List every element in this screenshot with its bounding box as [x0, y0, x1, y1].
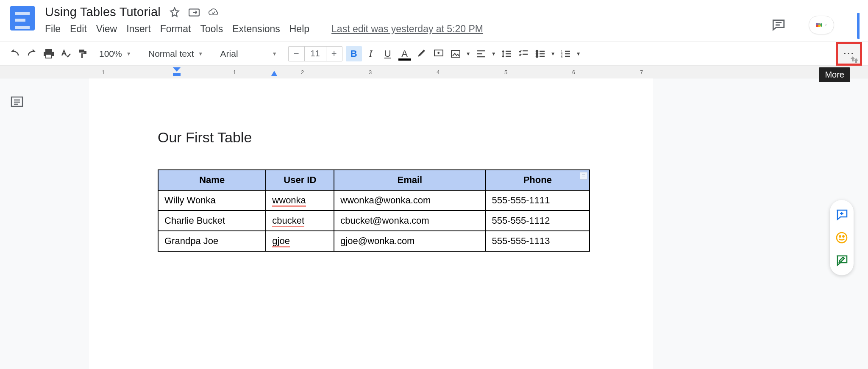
zoom-select[interactable]: 100% ▼	[92, 45, 139, 62]
document-area: Our First Table Name User ID Email Phone…	[0, 78, 868, 369]
table-header-cell[interactable]: Email	[334, 170, 485, 190]
title-row: Using Tables Tutorial	[45, 3, 771, 19]
paragraph-style-value: Normal text	[148, 49, 194, 59]
print-button[interactable]	[41, 45, 57, 62]
menu-format[interactable]: Format	[160, 23, 191, 35]
svg-text:3: 3	[561, 55, 563, 58]
header-right	[771, 3, 868, 39]
table-cell[interactable]: gjoe	[266, 231, 334, 251]
table-cell[interactable]: cbucket@wonka.com	[334, 211, 485, 231]
redo-button[interactable]	[24, 45, 40, 62]
svg-point-9	[536, 50, 538, 52]
svg-point-18	[839, 236, 840, 237]
svg-rect-3	[816, 23, 820, 25]
menu-help[interactable]: Help	[289, 23, 309, 35]
floating-comment-tools	[830, 200, 854, 275]
title-column: Using Tables Tutorial File Edit View Ins…	[45, 3, 771, 35]
chevron-down-icon: ▼	[272, 51, 277, 57]
ruler-mark: 6	[572, 69, 575, 75]
line-spacing-button[interactable]	[498, 45, 515, 62]
table-cell[interactable]: wwonka	[266, 190, 334, 211]
menu-edit[interactable]: Edit	[70, 23, 87, 35]
toolbar: 100% ▼ Normal text ▼ Arial ▼ − 11 + B I …	[0, 42, 868, 66]
table-header-cell[interactable]: User ID	[266, 170, 334, 190]
bold-button[interactable]: B	[346, 46, 362, 61]
document-page[interactable]: Our First Table Name User ID Email Phone…	[89, 78, 653, 369]
menu-tools[interactable]: Tools	[200, 23, 223, 35]
star-icon[interactable]	[169, 7, 180, 18]
chevron-down-icon[interactable]: ▼	[575, 45, 582, 62]
checklist-button[interactable]	[515, 45, 531, 62]
ruler-mark: 5	[504, 69, 507, 75]
table-cell[interactable]: cbucket	[266, 211, 334, 231]
font-size-group: − 11 +	[288, 46, 342, 61]
table-cell[interactable]: Willy Wonka	[158, 190, 266, 211]
highlight-color-button[interactable]	[414, 45, 430, 62]
bulleted-list-button[interactable]	[532, 45, 548, 62]
insert-image-button[interactable]	[448, 45, 464, 62]
text-color-button[interactable]: A	[397, 45, 413, 62]
chevron-down-icon[interactable]: ▼	[549, 45, 557, 62]
insert-comment-button[interactable]	[431, 45, 447, 62]
cloud-saved-icon[interactable]	[208, 7, 219, 18]
suggest-edits-icon[interactable]	[835, 254, 848, 267]
table-header-row: Name User ID Email Phone	[158, 170, 590, 190]
font-size-input[interactable]: 11	[305, 49, 326, 58]
table-handle-icon[interactable]	[580, 172, 587, 180]
ruler-mark: 3	[369, 69, 372, 75]
numbered-list-button[interactable]: 123	[558, 45, 574, 62]
font-family-select[interactable]: Arial ▼	[213, 45, 285, 62]
tab-marker-icon[interactable]	[271, 71, 277, 76]
svg-point-10	[536, 53, 538, 55]
ruler-mark: 1	[102, 69, 105, 75]
docs-header: Using Tables Tutorial File Edit View Ins…	[0, 0, 868, 42]
svg-rect-6	[46, 54, 52, 58]
meet-button[interactable]	[809, 16, 834, 34]
italic-button[interactable]: I	[363, 45, 379, 62]
table-cell[interactable]: gjoe@wonka.com	[334, 231, 485, 251]
document-title[interactable]: Using Tables Tutorial	[45, 5, 161, 19]
chevron-down-icon[interactable]: ▼	[490, 45, 498, 62]
chevron-down-icon[interactable]: ▼	[465, 45, 472, 62]
font-size-decrease-button[interactable]: −	[289, 46, 305, 61]
horizontal-ruler[interactable]: 1 1 2 3 4 5 6 7	[0, 66, 868, 78]
table-header-cell[interactable]: Name	[158, 170, 266, 190]
menu-insert[interactable]: Insert	[126, 23, 151, 35]
menu-file[interactable]: File	[45, 23, 61, 35]
table-header-cell[interactable]: Phone	[486, 170, 590, 190]
indent-marker-icon[interactable]	[173, 67, 181, 77]
add-comment-icon[interactable]	[835, 208, 848, 221]
table-cell[interactable]: 555-555-1112	[486, 211, 590, 231]
chevron-down-icon: ▼	[198, 51, 203, 57]
table-row: Grandpa Joe gjoe gjoe@wonka.com 555-555-…	[158, 231, 590, 251]
font-size-increase-button[interactable]: +	[326, 46, 342, 61]
last-edit-link[interactable]: Last edit was yesterday at 5:20 PM	[331, 23, 483, 35]
move-icon[interactable]	[189, 7, 200, 18]
table-cell[interactable]: Grandpa Joe	[158, 231, 266, 251]
comment-history-icon[interactable]	[771, 18, 786, 32]
table-cell[interactable]: Charlie Bucket	[158, 211, 266, 231]
content-table[interactable]: Name User ID Email Phone Willy Wonka wwo…	[158, 169, 590, 252]
table-cell[interactable]: 555-555-1113	[486, 231, 590, 251]
more-tooltip: More	[819, 67, 850, 82]
menu-extensions[interactable]: Extensions	[232, 23, 280, 35]
ruler-mark: 2	[301, 69, 304, 75]
undo-button[interactable]	[7, 45, 23, 62]
docs-logo-icon[interactable]	[10, 6, 35, 31]
menu-view[interactable]: View	[96, 23, 117, 35]
table-cell[interactable]: wwonka@wonka.com	[334, 190, 485, 211]
spellcheck-button[interactable]	[58, 45, 74, 62]
document-outline-button[interactable]	[0, 78, 34, 369]
paragraph-style-select[interactable]: Normal text ▼	[140, 45, 212, 62]
more-toolbar-button[interactable]: ⋯	[837, 43, 861, 65]
emoji-reaction-icon[interactable]	[835, 231, 848, 244]
table-row: Willy Wonka wwonka wwonka@wonka.com 555-…	[158, 190, 590, 211]
table-row: Charlie Bucket cbucket cbucket@wonka.com…	[158, 211, 590, 231]
underline-button[interactable]: U	[380, 45, 396, 62]
paint-format-button[interactable]	[75, 45, 91, 62]
align-button[interactable]	[473, 45, 489, 62]
table-cell[interactable]: 555-555-1111	[486, 190, 590, 211]
page-heading[interactable]: Our First Table	[158, 129, 653, 146]
side-panel-stub-icon[interactable]	[857, 13, 860, 39]
svg-point-19	[843, 236, 844, 237]
